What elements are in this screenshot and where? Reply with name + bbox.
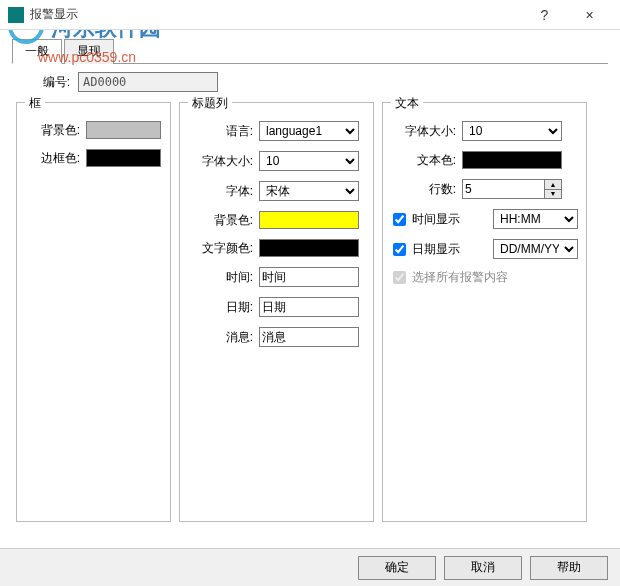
lines-field[interactable] bbox=[462, 179, 544, 199]
text-fontsize-select[interactable]: 10 bbox=[462, 121, 562, 141]
date-format-select[interactable]: DD/MM/YY bbox=[493, 239, 578, 259]
frame-bg-swatch[interactable] bbox=[86, 121, 161, 139]
selectall-checkbox bbox=[393, 271, 406, 284]
date-display-checkbox[interactable] bbox=[393, 243, 406, 256]
lines-spinner[interactable]: ▲▼ bbox=[544, 179, 562, 199]
help-button[interactable]: ? bbox=[522, 0, 567, 29]
date-display-label: 日期显示 bbox=[412, 241, 460, 258]
lang-label: 语言: bbox=[188, 123, 253, 140]
text-fontsize-label: 字体大小: bbox=[391, 123, 456, 140]
frame-group: 框 背景色: 边框色: bbox=[16, 102, 171, 522]
help-button-footer[interactable]: 帮助 bbox=[530, 556, 608, 580]
frame-border-label: 边框色: bbox=[25, 150, 80, 167]
spin-down-icon[interactable]: ▼ bbox=[545, 190, 561, 199]
tab-appearance[interactable]: 显现 bbox=[64, 39, 114, 64]
header-fontsize-select[interactable]: 10 bbox=[259, 151, 359, 171]
time-format-select[interactable]: HH:MM bbox=[493, 209, 578, 229]
tabs: 一般 显现 bbox=[12, 38, 608, 64]
date-field[interactable] bbox=[259, 297, 359, 317]
msg-label: 消息: bbox=[188, 329, 253, 346]
time-field[interactable] bbox=[259, 267, 359, 287]
date-label: 日期: bbox=[188, 299, 253, 316]
id-field bbox=[78, 72, 218, 92]
header-group: 标题列 语言: language1 字体大小: 10 字体: 宋体 背景色: 文… bbox=[179, 102, 374, 522]
lines-label: 行数: bbox=[391, 181, 456, 198]
footer: 确定 取消 帮助 bbox=[0, 548, 620, 586]
text-group-title: 文本 bbox=[391, 95, 423, 112]
header-textcolor-swatch[interactable] bbox=[259, 239, 359, 257]
titlebar: 报警显示 ? × bbox=[0, 0, 620, 30]
header-textcolor-label: 文字颜色: bbox=[188, 240, 253, 257]
text-group: 文本 字体大小: 10 文本色: 行数: ▲▼ 时间显示 HH:MM bbox=[382, 102, 587, 522]
time-label: 时间: bbox=[188, 269, 253, 286]
header-fontsize-label: 字体大小: bbox=[188, 153, 253, 170]
ok-button[interactable]: 确定 bbox=[358, 556, 436, 580]
app-icon bbox=[8, 7, 24, 23]
spin-up-icon[interactable]: ▲ bbox=[545, 180, 561, 190]
frame-border-swatch[interactable] bbox=[86, 149, 161, 167]
header-bg-swatch[interactable] bbox=[259, 211, 359, 229]
tab-general[interactable]: 一般 bbox=[12, 39, 62, 64]
time-display-label: 时间显示 bbox=[412, 211, 460, 228]
window-title: 报警显示 bbox=[30, 6, 522, 23]
close-button[interactable]: × bbox=[567, 0, 612, 29]
lang-select[interactable]: language1 bbox=[259, 121, 359, 141]
frame-bg-label: 背景色: bbox=[25, 122, 80, 139]
font-select[interactable]: 宋体 bbox=[259, 181, 359, 201]
font-label: 字体: bbox=[188, 183, 253, 200]
time-display-checkbox[interactable] bbox=[393, 213, 406, 226]
header-bg-label: 背景色: bbox=[188, 212, 253, 229]
header-group-title: 标题列 bbox=[188, 95, 232, 112]
text-color-swatch[interactable] bbox=[462, 151, 562, 169]
selectall-label: 选择所有报警内容 bbox=[412, 269, 508, 286]
frame-group-title: 框 bbox=[25, 95, 45, 112]
text-color-label: 文本色: bbox=[391, 152, 456, 169]
id-label: 编号: bbox=[20, 74, 70, 91]
cancel-button[interactable]: 取消 bbox=[444, 556, 522, 580]
msg-field[interactable] bbox=[259, 327, 359, 347]
